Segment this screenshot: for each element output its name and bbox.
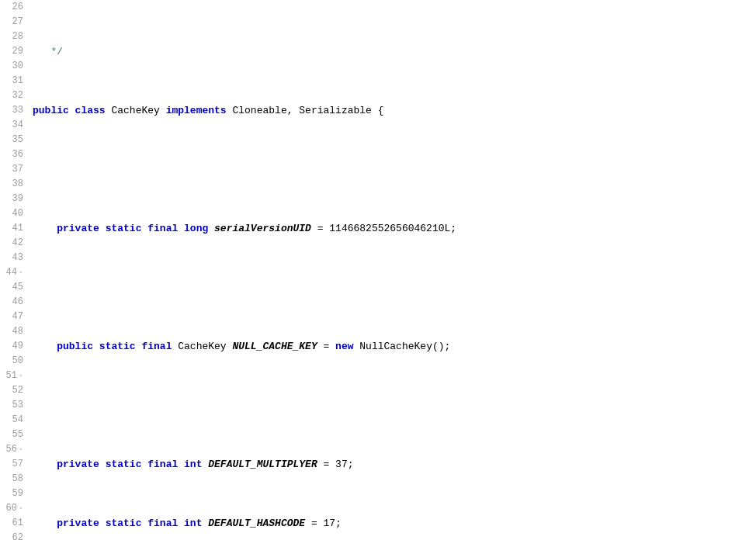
ln-62: 62 bbox=[3, 531, 23, 545]
ln-42: 42 bbox=[3, 236, 23, 251]
code-line-34: private static final int DEFAULT_HASHCOD… bbox=[33, 516, 756, 531]
ln-27: 27 bbox=[3, 15, 23, 29]
ln-57: 57 bbox=[3, 457, 23, 472]
code-line-27: public class CacheKey implements Cloneab… bbox=[33, 103, 756, 118]
ln-39: 39 bbox=[3, 192, 23, 206]
code-line-29: private static final long serialVersionU… bbox=[33, 221, 756, 236]
ln-40: 40 bbox=[3, 206, 23, 221]
ln-43: 43 bbox=[3, 251, 23, 265]
code-editor: 26 27 28 29 30 31 32 33 34 35 36 37 38 3… bbox=[0, 0, 756, 547]
ln-59: 59 bbox=[3, 486, 23, 501]
ln-45: 45 bbox=[3, 280, 23, 295]
ln-28: 28 bbox=[3, 29, 23, 44]
ln-56: 56 bbox=[3, 442, 23, 457]
code-line-28 bbox=[33, 162, 756, 177]
code-line-33: private static final int DEFAULT_MULTIPL… bbox=[33, 457, 756, 472]
code-line-30 bbox=[33, 280, 756, 295]
ln-34: 34 bbox=[3, 118, 23, 133]
ln-53: 53 bbox=[3, 398, 23, 413]
ln-50: 50 bbox=[3, 354, 23, 369]
ln-49: 49 bbox=[3, 339, 23, 354]
ln-31: 31 bbox=[3, 74, 23, 88]
ln-29: 29 bbox=[3, 44, 23, 59]
ln-26: 26 bbox=[3, 0, 23, 15]
ln-60: 60 bbox=[3, 501, 23, 516]
ln-61: 61 bbox=[3, 516, 23, 531]
ln-48: 48 bbox=[3, 324, 23, 339]
ln-32: 32 bbox=[3, 88, 23, 103]
ln-36: 36 bbox=[3, 147, 23, 162]
ln-52: 52 bbox=[3, 383, 23, 398]
ln-58: 58 bbox=[3, 472, 23, 486]
ln-30: 30 bbox=[3, 59, 23, 74]
ln-51: 51 bbox=[3, 369, 23, 383]
line-numbers: 26 27 28 29 30 31 32 33 34 35 36 37 38 3… bbox=[0, 0, 29, 547]
code-line-31: public static final CacheKey NULL_CACHE_… bbox=[33, 339, 756, 354]
code-line-32 bbox=[33, 398, 756, 413]
code-content[interactable]: */ public class CacheKey implements Clon… bbox=[29, 0, 756, 547]
code-line-26: */ bbox=[33, 44, 756, 59]
ln-41: 41 bbox=[3, 221, 23, 236]
ln-37: 37 bbox=[3, 162, 23, 177]
ln-33: 33 bbox=[3, 103, 23, 118]
ln-35: 35 bbox=[3, 133, 23, 147]
ln-46: 46 bbox=[3, 295, 23, 310]
ln-55: 55 bbox=[3, 428, 23, 442]
ln-44: 44 bbox=[3, 265, 23, 280]
ln-47: 47 bbox=[3, 310, 23, 324]
ln-38: 38 bbox=[3, 177, 23, 192]
ln-54: 54 bbox=[3, 413, 23, 428]
